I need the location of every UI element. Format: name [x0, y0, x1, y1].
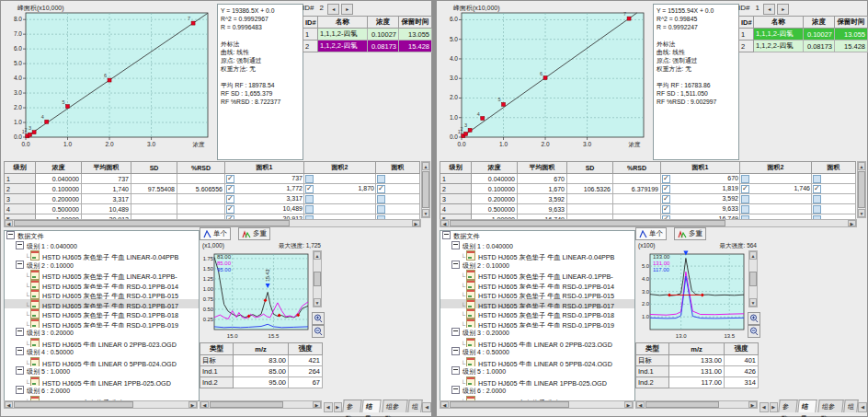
tree-level[interactable]: 级别 2 : 0.10000 [440, 261, 634, 271]
mz-row[interactable]: Ind.2117.00314 [636, 377, 759, 388]
id-next-button[interactable]: ▸ [777, 4, 789, 15]
area-checkbox[interactable] [813, 195, 821, 203]
area-checkbox[interactable] [741, 175, 749, 183]
level-row[interactable]: 40.5000009,6339,633 [440, 204, 856, 214]
scrollbar-thumb[interactable] [450, 220, 725, 226]
tree-data-file[interactable]: └HSTD HJ605 灰色垫子 牛血 RSD-0.1PPB-018 [440, 308, 634, 319]
tree-level[interactable]: 级别 6 : 2.0000 [440, 386, 634, 396]
tree-data-file[interactable]: └HSTD HJ605 灰色垫子 牛血 RSD-0.1PPB-017 [5, 299, 199, 309]
tree-level[interactable]: 级别 5 : 1.0000 [440, 366, 634, 376]
scroll-up-icon[interactable]: ▲ [749, 251, 757, 260]
tab-item[interactable]: 组 [843, 400, 858, 412]
scroll-right-icon[interactable]: ▶ [624, 401, 633, 408]
area-checkbox[interactable] [813, 175, 821, 183]
single-view-button[interactable]: 单个 [635, 227, 667, 240]
scroll-up-icon[interactable]: ▲ [858, 162, 865, 170]
level-area-table[interactable]: 级别浓度平均面积SD%RSD面积1面积2面积10.04000073773720.… [4, 161, 420, 225]
area-checkbox[interactable] [377, 175, 385, 183]
data-file-tree[interactable]: 数据文件级别 1 : 0.040000└HSTD HJ605 灰色垫子 牛血 L… [4, 230, 200, 401]
level-row[interactable]: 30.2000003,3173,317 [5, 194, 420, 204]
tree-hscrollbar[interactable]: ◀ ▶ [440, 400, 634, 409]
tree-data-file[interactable]: └HSTD HJ605 灰色垫子 牛血 LINEAR-0.1PPB- [440, 270, 634, 280]
area-checkbox[interactable] [226, 205, 234, 214]
tree-level[interactable]: 级别 1 : 0.040000 [440, 241, 634, 251]
scrollbar-thumb[interactable] [858, 171, 865, 208]
tab-item[interactable]: 组参数 [382, 400, 407, 412]
mz-intensity-table[interactable]: 类型m/z强度目标83.00421Ind.185.00264Ind.295.00… [200, 342, 323, 388]
scroll-left-icon[interactable]: ◀ [5, 220, 13, 226]
tree-root[interactable]: 数据文件 [5, 231, 199, 241]
zoom-in-button[interactable] [748, 312, 760, 325]
area-checkbox[interactable] [226, 195, 234, 203]
tab-selected[interactable]: 结果 [362, 400, 383, 412]
tab-item[interactable]: 参数 [778, 400, 798, 412]
scrollbar-thumb[interactable] [749, 272, 757, 286]
tab-overflow-icon[interactable]: ◀ [858, 402, 867, 412]
zoom-out-button[interactable] [748, 325, 760, 338]
level-row[interactable]: 20.1000001,670106.53266.3791991,8191,746 [440, 184, 856, 194]
scroll-right-icon[interactable]: ▶ [412, 220, 420, 226]
scrollbar-thumb[interactable] [210, 401, 283, 408]
scroll-left-icon[interactable]: ◀ [636, 401, 645, 408]
mz-intensity-table[interactable]: 类型m/z强度目标133.00401Ind.1131.00426Ind.2117… [635, 342, 759, 388]
tab-item[interactable]: 组参数 [817, 400, 843, 412]
multi-view-button[interactable]: 多重 [674, 227, 706, 240]
tree-data-file[interactable]: └HSTD HJ605 灰色垫子 牛血 LINEAR-0.1PPB- [5, 270, 199, 280]
tab-item[interactable]: 组 [407, 400, 422, 412]
scrollbar-thumb[interactable] [14, 401, 133, 408]
scrollbar-thumb[interactable] [450, 401, 569, 408]
compound-table[interactable]: ID#名称浓度保留时间11,1,1,2-四氯0.1002713.05521,1,… [738, 16, 868, 52]
zoom-in-button[interactable] [312, 312, 325, 325]
tab-selected[interactable]: 结果 [798, 400, 818, 412]
tree-data-file[interactable]: └HSTD HJ605 牛血 LINEAR 1PPB-025.QGD [5, 376, 199, 387]
scrollbar-thumb[interactable] [314, 272, 321, 286]
mz-row[interactable]: Ind.185.00264 [200, 366, 323, 377]
tree-data-file[interactable]: └HSTD HJ605 灰色垫子 牛血 RSD-0.1PPB-018 [5, 308, 199, 319]
tree-data-file[interactable]: └HSTD HJ605 灰色垫子 牛血 RSD-0.1PPB-015 [440, 289, 634, 299]
mz-table-hscrollbar[interactable]: ◀ ▶ [200, 400, 322, 409]
area-checkbox[interactable] [377, 205, 385, 214]
area-checkbox[interactable] [741, 185, 749, 193]
level-table-hscrollbar[interactable]: ◀ ▶ [440, 219, 857, 227]
tab-item[interactable]: 参数 [342, 400, 362, 412]
tree-level[interactable]: 级别 5 : 1.0000 [5, 366, 199, 376]
scroll-down-icon[interactable]: ▼ [422, 209, 429, 217]
chromatogram-vscrollbar[interactable]: ▲ ▼ [313, 250, 322, 307]
id-prev-button[interactable]: ◂ [327, 4, 339, 15]
tree-data-file[interactable]: └HSTD HJ605 灰色垫子 牛血 RSD-0.1PPB-015 [5, 289, 199, 299]
compound-row[interactable]: 11,1,1,2-四氯0.1002713.055 [739, 29, 868, 41]
tree-data-file[interactable]: └HSTD HJ605 灰色垫子 牛血 RSD-0.1PPB-019 [440, 319, 634, 329]
area-checkbox[interactable] [813, 205, 821, 214]
area-checkbox[interactable] [377, 195, 385, 203]
area-checkbox[interactable] [305, 185, 314, 193]
area-checkbox[interactable] [741, 195, 749, 203]
tree-level[interactable]: 级别 4 : 0.50000 [440, 347, 634, 357]
level-row[interactable]: 10.040000670670 [440, 174, 856, 184]
tree-level[interactable]: 级别 1 : 0.040000 [5, 241, 199, 251]
tree-level[interactable]: 级别 6 : 2.0000 [5, 386, 199, 396]
single-view-button[interactable]: 单个 [200, 227, 231, 240]
scroll-right-icon[interactable]: ▶ [188, 401, 197, 408]
tree-data-file[interactable]: └HSTD HJ605 牛血 LINEAR 0 5PPB-024.QGD [440, 357, 634, 367]
area-checkbox[interactable] [305, 175, 314, 183]
level-row[interactable]: 30.2000003,5923,592 [440, 194, 856, 204]
scrollbar-thumb[interactable] [645, 401, 719, 408]
scroll-right-icon[interactable]: ▶ [848, 220, 856, 226]
area-checkbox[interactable] [226, 185, 234, 193]
multi-view-button[interactable]: 多重 [238, 227, 270, 240]
tree-data-file[interactable]: └HSTD HJ605 灰色垫子 牛血 RSD-0.1PPB-014 [440, 280, 634, 290]
tree-root[interactable]: 数据文件 [440, 231, 634, 241]
tree-data-file[interactable]: └HSTD HJ605 牛血 LINEAR 0 2PPB-023.QGD [440, 338, 634, 348]
mz-row[interactable]: Ind.1131.00426 [636, 366, 759, 377]
scroll-down-icon[interactable]: ▼ [858, 209, 865, 217]
compound-row[interactable]: 21,1,2,2-四氯0.0817315.428 [303, 41, 432, 52]
level-row[interactable]: 40.50000010,48910,489 [5, 204, 420, 214]
area-checkbox[interactable] [377, 185, 385, 193]
area-checkbox[interactable] [662, 175, 670, 183]
tree-data-file[interactable]: └HSTD HJ605 灰色垫子 牛血 RSD-0.1PPB-014 [5, 280, 199, 290]
calibration-curve-plot[interactable]: 0.01.02.03.04.05.06.00.01.02.03.0浓度12345… [440, 3, 651, 157]
scroll-left-icon[interactable]: ◀ [440, 401, 449, 408]
tree-data-file[interactable]: └HSTD HJ605 牛血 LINEAR 1PPB-025.QGD [440, 376, 634, 387]
area-checkbox[interactable] [662, 185, 670, 193]
tree-data-file[interactable]: └HSTD HJ605 牛血 LINEAR 0 2PPB-023.QGD [5, 338, 199, 348]
